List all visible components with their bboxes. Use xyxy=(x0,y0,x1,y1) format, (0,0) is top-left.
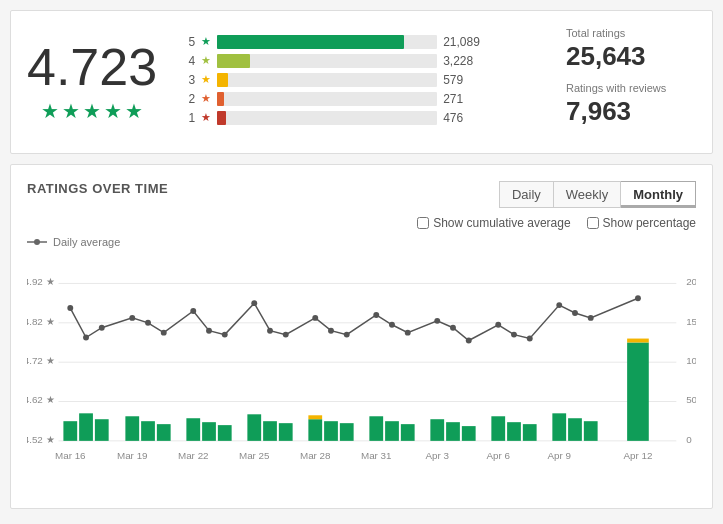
bar-mar17 xyxy=(79,413,93,441)
star-icon-5: ★ xyxy=(201,35,211,48)
totals-section: Total ratings 25,643 Ratings with review… xyxy=(566,27,696,137)
bar-apr12-y xyxy=(627,339,649,343)
svg-text:Apr 9: Apr 9 xyxy=(547,450,571,461)
bar-mar26 xyxy=(263,421,277,441)
bar-bg-1 xyxy=(217,111,437,125)
dot-6 xyxy=(161,330,167,336)
total-ratings-value: 25,643 xyxy=(566,41,696,72)
star-1: ★ xyxy=(41,99,59,123)
bar-apr2 xyxy=(401,424,415,441)
bar-apr7 xyxy=(507,422,521,441)
dot-11 xyxy=(267,328,273,334)
svg-text:4.72 ★: 4.72 ★ xyxy=(27,355,55,366)
bar-row-1: 1 ★ 476 xyxy=(177,111,546,125)
dot-27 xyxy=(588,315,594,321)
cumulative-average-checkbox[interactable] xyxy=(417,217,429,229)
dot-5 xyxy=(145,320,151,326)
total-ratings-label: Total ratings xyxy=(566,27,696,39)
dot-10 xyxy=(251,300,257,306)
star-3: ★ xyxy=(83,99,101,123)
bar-mar31 xyxy=(369,416,383,441)
bar-apr11 xyxy=(584,421,598,441)
bar-apr6 xyxy=(491,416,505,441)
chart-header: RATINGS OVER TIME Daily Weekly Monthly xyxy=(27,181,696,208)
monthly-button[interactable]: Monthly xyxy=(621,181,696,208)
bar-bg-2 xyxy=(217,92,437,106)
svg-text:4.92 ★: 4.92 ★ xyxy=(27,276,55,287)
avg-line xyxy=(70,298,638,340)
bar-mar25 xyxy=(247,414,261,441)
chart-area: 4.92 ★ 4.82 ★ 4.72 ★ 4.62 ★ 4.52 ★ 200 1… xyxy=(27,252,696,492)
bar-row-3: 3 ★ 579 xyxy=(177,73,546,87)
dot-15 xyxy=(344,332,350,338)
dot-1 xyxy=(67,305,73,311)
cumulative-average-label: Show cumulative average xyxy=(433,216,570,230)
bar-apr8 xyxy=(523,424,537,441)
bar-fill-1 xyxy=(217,111,226,125)
big-score-section: 4.723 ★ ★ ★ ★ ★ xyxy=(27,41,157,123)
svg-text:Mar 22: Mar 22 xyxy=(178,450,209,461)
star-4: ★ xyxy=(104,99,122,123)
svg-text:4.82 ★: 4.82 ★ xyxy=(27,316,55,327)
dot-25 xyxy=(556,302,562,308)
bar-row-2: 2 ★ 271 xyxy=(177,92,546,106)
bar-apr9 xyxy=(552,413,566,441)
bar-fill-5 xyxy=(217,35,404,49)
dot-14 xyxy=(328,328,334,334)
dot-8 xyxy=(206,328,212,334)
svg-text:Mar 31: Mar 31 xyxy=(361,450,392,461)
dot-4 xyxy=(129,315,135,321)
bar-row-5: 5 ★ 21,089 xyxy=(177,35,546,49)
bar-mar28 xyxy=(308,419,322,441)
bar-mar27 xyxy=(279,423,293,441)
bar-bg-5 xyxy=(217,35,437,49)
dot-20 xyxy=(450,325,456,331)
bar-bg-3 xyxy=(217,73,437,87)
bar-fill-2 xyxy=(217,92,224,106)
svg-text:Mar 25: Mar 25 xyxy=(239,450,270,461)
bar-apr4 xyxy=(446,422,460,441)
ratings-with-reviews-label: Ratings with reviews xyxy=(566,82,696,94)
bar-mar29 xyxy=(324,421,338,441)
svg-text:Mar 19: Mar 19 xyxy=(117,450,148,461)
bar-fill-3 xyxy=(217,73,228,87)
svg-point-1 xyxy=(34,239,40,245)
ratings-section: 4.723 ★ ★ ★ ★ ★ 5 ★ 21,089 4 xyxy=(27,27,696,137)
bars-section: 5 ★ 21,089 4 ★ 3,228 3 ★ xyxy=(177,35,546,130)
dot-17 xyxy=(389,322,395,328)
bar-apr10 xyxy=(568,418,582,441)
bar-bg-4 xyxy=(217,54,437,68)
bar-mar20 xyxy=(141,421,155,441)
legend-label: Daily average xyxy=(53,236,120,248)
bar-apr1 xyxy=(385,421,399,441)
ratings-over-time-card: RATINGS OVER TIME Daily Weekly Monthly S… xyxy=(10,164,713,509)
dot-9 xyxy=(222,332,228,338)
bar-mar24 xyxy=(218,425,232,441)
show-percentage-checkbox[interactable] xyxy=(587,217,599,229)
daily-button[interactable]: Daily xyxy=(499,181,554,208)
weekly-button[interactable]: Weekly xyxy=(554,181,621,208)
svg-text:50: 50 xyxy=(686,394,696,405)
star-icon-1: ★ xyxy=(201,111,211,124)
time-buttons: Daily Weekly Monthly xyxy=(499,181,696,208)
rating-score: 4.723 xyxy=(27,41,157,93)
svg-text:Apr 3: Apr 3 xyxy=(426,450,450,461)
cumulative-average-option[interactable]: Show cumulative average xyxy=(417,216,570,230)
svg-text:100: 100 xyxy=(686,355,696,366)
star-icon-3: ★ xyxy=(201,73,211,86)
bar-mar23 xyxy=(202,422,216,441)
ratings-with-reviews-value: 7,963 xyxy=(566,96,696,127)
star-2: ★ xyxy=(62,99,80,123)
dot-28 xyxy=(635,295,641,301)
dot-2 xyxy=(83,335,89,341)
show-percentage-option[interactable]: Show percentage xyxy=(587,216,696,230)
dot-3 xyxy=(99,325,105,331)
bar-mar18 xyxy=(95,419,109,441)
svg-text:0: 0 xyxy=(686,434,692,445)
svg-text:Apr 6: Apr 6 xyxy=(487,450,511,461)
bar-apr3 xyxy=(430,419,444,441)
bar-row-4: 4 ★ 3,228 xyxy=(177,54,546,68)
svg-text:4.62 ★: 4.62 ★ xyxy=(27,394,55,405)
svg-text:Mar 28: Mar 28 xyxy=(300,450,331,461)
bar-mar21 xyxy=(157,424,171,441)
